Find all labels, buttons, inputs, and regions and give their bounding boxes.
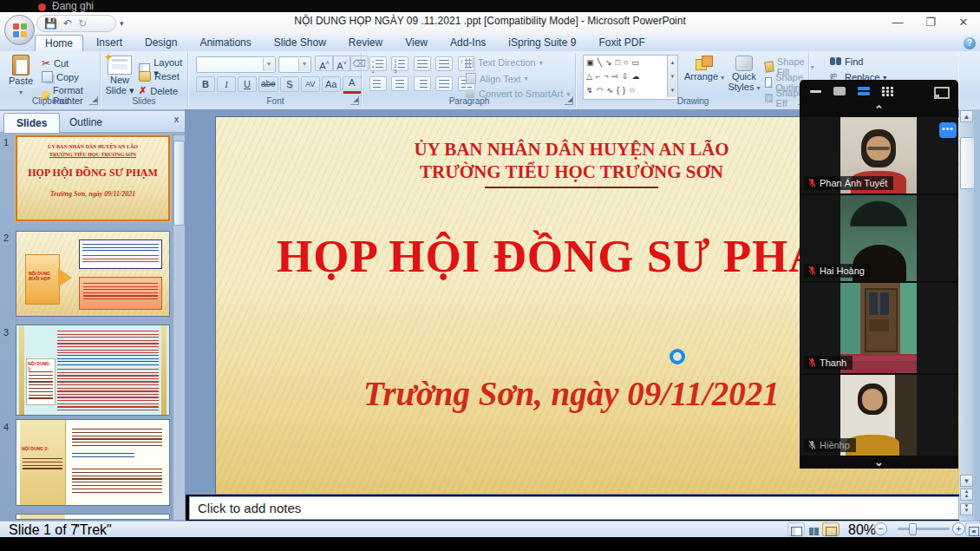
zoom-slider[interactable] (898, 528, 950, 530)
notes-pane[interactable]: Click to add notes (189, 496, 959, 520)
zoom-slider-thumb[interactable] (909, 523, 917, 535)
thumb3-textlines-a (57, 331, 159, 353)
tab-view[interactable]: View (395, 35, 437, 51)
participant-tile[interactable]: Thanh (800, 283, 958, 373)
quick-styles-button[interactable]: Quick Styles ▾ (727, 56, 761, 92)
cut-button[interactable]: ✂ Cut (42, 57, 69, 69)
thumb3-side-box: NỘI DUNG 1: (26, 358, 56, 405)
thumb2-content-box: NỘI DUNG BUỔI HỌP (25, 254, 60, 305)
text-shadow-button[interactable]: S (280, 76, 299, 92)
slide-title[interactable]: HỌP HỘI ĐỒNG SƯ PHẠM (277, 230, 867, 282)
justify-button[interactable] (435, 76, 453, 91)
normal-view-button[interactable] (787, 522, 805, 536)
thumb3-right-bar (161, 325, 167, 416)
paste-dropdown-icon[interactable]: ▾ (19, 89, 23, 96)
tab-ispring-suite[interactable]: iSpring Suite 9 (499, 35, 585, 51)
tab-design[interactable]: Design (135, 35, 186, 51)
cut-icon: ✂ (42, 57, 50, 69)
font-family-select[interactable]: ▾ (196, 56, 276, 73)
slides-tab[interactable]: Slides (3, 113, 60, 133)
close-panel-icon[interactable]: x (171, 114, 182, 125)
align-left-button[interactable] (369, 76, 387, 91)
restore-button[interactable]: ❐ (918, 14, 944, 31)
slide-show-button[interactable] (822, 522, 840, 536)
bullets-button[interactable]: ••• (369, 56, 387, 71)
participant-tile[interactable]: Hiềnhp (800, 375, 958, 456)
shrink-font-button[interactable]: A˅ (332, 56, 351, 71)
thumbnail-slide-2[interactable]: NỘI DUNG BUỔI HỌP (16, 231, 170, 317)
arrange-button[interactable]: Arrange ▾ (683, 56, 725, 82)
thumbnail-slide-5[interactable] (16, 514, 170, 520)
clipboard-dialog-launcher-icon[interactable]: ◢ (89, 96, 98, 105)
speaker-view-icon[interactable] (833, 87, 846, 95)
grid-view-icon[interactable] (882, 87, 893, 96)
increase-indent-button[interactable] (435, 56, 453, 71)
tab-home[interactable]: Home (35, 35, 83, 51)
tab-add-ins[interactable]: Add-Ins (441, 35, 495, 51)
slide-sorter-button[interactable] (805, 522, 822, 536)
participant-tile[interactable]: Phan Ánh Tuyết (800, 117, 958, 194)
scroll-up-icon[interactable]: ▲ (960, 110, 973, 122)
zoom-out-button[interactable]: − (874, 522, 887, 535)
help-icon[interactable]: ? (964, 37, 976, 49)
shapes-gallery[interactable]: ▣╲↘□○▭ △⌐¬⇨⇩☁ ↯◠∿{}☆ ▲▼▼ (583, 55, 678, 100)
zoom-in-button[interactable]: + (952, 522, 965, 535)
popout-window-icon[interactable] (934, 87, 950, 99)
tab-review[interactable]: Review (339, 35, 392, 51)
slide-header-line1[interactable]: ỦY BAN NHÂN DÂN HUYỆN AN LÃO (346, 138, 797, 161)
align-text-button[interactable]: Align Text▾ (466, 73, 528, 84)
thumb3-textlines-c (57, 369, 159, 410)
more-options-button[interactable]: ••• (939, 122, 957, 138)
minimize-button[interactable]: — (885, 14, 911, 31)
thumbnail-slide-4[interactable]: NỘI DUNG 2: (16, 419, 170, 506)
font-dialog-launcher-icon[interactable]: ◢ (350, 96, 359, 105)
collapse-strip-chevron-up-icon[interactable]: ⌃ (800, 103, 958, 116)
find-button[interactable]: Find (830, 56, 863, 67)
expand-strip-chevron-down-icon[interactable]: ⌄ (800, 456, 958, 469)
text-direction-button[interactable]: Text Direction▾ (466, 57, 543, 68)
strikethrough-button[interactable]: abe (258, 76, 278, 92)
close-button[interactable]: ✕ (951, 14, 977, 31)
paragraph-dialog-launcher-icon[interactable]: ◢ (565, 96, 573, 105)
reset-button[interactable]: Reset (139, 71, 180, 82)
previous-slide-button[interactable]: ▲▲ (960, 489, 973, 501)
thumb4-textlines-a (72, 429, 162, 448)
font-color-button[interactable]: A (343, 76, 362, 94)
delete-button[interactable]: ✗ Delete (139, 85, 178, 96)
fit-to-window-button[interactable] (965, 522, 980, 536)
bold-button[interactable]: B (196, 76, 215, 92)
font-size-select[interactable]: ▾ (278, 56, 311, 73)
character-spacing-button[interactable]: AV (301, 76, 320, 92)
thumbnail-slide-1[interactable]: ỦY BAN NHÂN DÂN HUYỆN AN LÃO TRƯỜNG TIỂU… (16, 135, 170, 221)
italic-button[interactable]: I (217, 76, 236, 92)
slide-header-line2[interactable]: TRƯỜNG TIỂU HỌC TRƯỜNG SƠN (346, 161, 797, 183)
align-right-button[interactable] (414, 76, 431, 91)
paste-button[interactable]: Paste ▾ (3, 55, 38, 96)
grow-font-button[interactable]: A˄ (315, 56, 334, 71)
decrease-indent-button[interactable] (414, 56, 431, 71)
tab-insert[interactable]: Insert (87, 35, 132, 51)
mic-muted-icon (808, 357, 816, 368)
tab-foxit-pdf[interactable]: Foxit PDF (589, 35, 654, 51)
thumbnail-slide-3[interactable]: NỘI DUNG 1: (16, 325, 170, 416)
slide-date-line[interactable]: Trường Sơn, ngày 09/11/2021 (363, 374, 780, 413)
scroll-down-icon[interactable]: ▼ (960, 475, 973, 487)
office-button[interactable] (4, 15, 35, 45)
participant-tile[interactable]: Hai Hoàng (800, 195, 958, 281)
numbering-button[interactable]: 123 (391, 56, 408, 71)
reset-icon (139, 71, 151, 82)
next-slide-button[interactable]: ▼▼ (960, 503, 973, 515)
gallery-view-icon[interactable] (858, 87, 870, 95)
shapes-scrollbar[interactable]: ▲▼▼ (667, 56, 677, 97)
zoom-minimize-icon[interactable] (810, 90, 821, 93)
underline-button[interactable]: U (238, 76, 257, 92)
slides-panel-scrollbar-thumb[interactable] (173, 141, 185, 226)
tab-animations[interactable]: Animations (190, 35, 260, 51)
vertical-scrollbar-thumb[interactable] (960, 137, 975, 189)
copy-button[interactable]: Copy (42, 71, 79, 82)
change-case-button[interactable]: Aa (322, 76, 341, 92)
tab-slide-show[interactable]: Slide Show (265, 35, 336, 51)
align-center-button[interactable] (391, 76, 408, 91)
new-slide-button[interactable]: ✦ New Slide ▾ (102, 56, 137, 96)
outline-tab[interactable]: Outline (57, 113, 114, 132)
